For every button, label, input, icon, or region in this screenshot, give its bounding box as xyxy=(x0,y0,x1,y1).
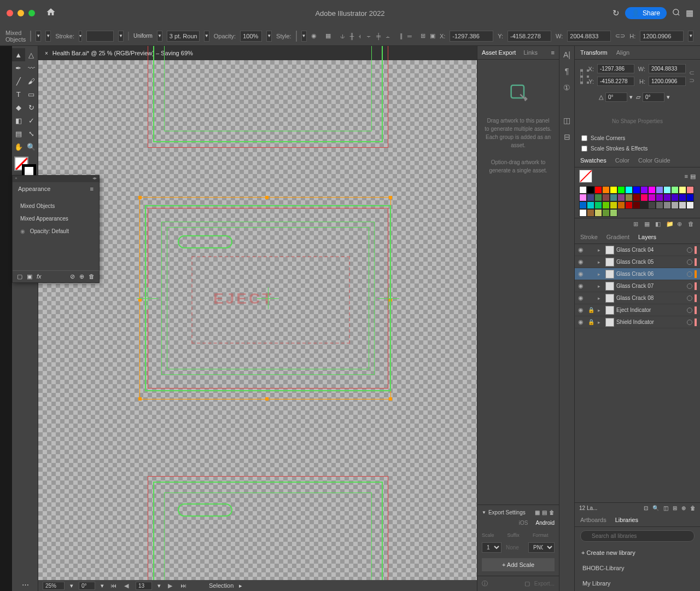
target-icon[interactable] xyxy=(687,271,692,277)
paintbrush-tool[interactable]: 🖌 xyxy=(25,74,38,88)
search-layer-icon[interactable]: 🔍 xyxy=(652,505,659,511)
expand-layer-icon[interactable]: ▸ xyxy=(598,283,603,289)
prev-artboard-icon[interactable]: ◀ xyxy=(122,582,130,589)
swatch[interactable] xyxy=(594,209,602,217)
stroke-profile-preview[interactable] xyxy=(128,32,129,40)
isolate-icon[interactable]: ▣ xyxy=(430,31,435,42)
canvas[interactable]: EJECT 0 50 100 150 200 250 300 xyxy=(38,60,477,580)
swatch[interactable] xyxy=(625,186,633,194)
style-dropdown[interactable]: ▼ xyxy=(301,31,307,42)
visibility-toggle[interactable]: ◉ xyxy=(578,246,586,253)
library-search-input[interactable] xyxy=(580,530,695,542)
android-tab[interactable]: Android xyxy=(536,520,555,526)
layer-row[interactable]: ◉ ▸ Glass Crack 04 xyxy=(575,244,700,256)
swatch[interactable] xyxy=(679,201,686,209)
ap-delete-icon[interactable]: 🗑 xyxy=(89,273,95,280)
rotation-dropdown[interactable]: ▾ xyxy=(101,582,104,589)
layer-row[interactable]: ◉ ▸ Glass Crack 08 xyxy=(575,292,700,304)
artboard-dropdown[interactable]: ▾ xyxy=(158,582,161,589)
delete-icon[interactable]: 🗑 xyxy=(549,509,555,515)
format-select[interactable]: PNG xyxy=(528,542,555,553)
swatch[interactable] xyxy=(617,194,625,201)
ap-clear-icon[interactable]: ⊘ xyxy=(70,273,75,280)
swatch[interactable] xyxy=(686,194,694,201)
tw-input[interactable] xyxy=(649,64,686,73)
library-item[interactable]: BHOBC-Library xyxy=(575,560,700,576)
swatch[interactable] xyxy=(625,194,633,201)
target-icon[interactable] xyxy=(687,283,692,289)
links-tab[interactable]: Links xyxy=(523,49,538,56)
minimize-window-button[interactable] xyxy=(18,10,24,16)
expand-layer-icon[interactable]: ▸ xyxy=(598,308,603,313)
collapse-icon[interactable]: ▼ xyxy=(482,510,486,515)
type-tool[interactable]: T xyxy=(12,88,25,101)
swatches-tab[interactable]: Swatches xyxy=(580,157,606,164)
stroke-weight-input[interactable] xyxy=(86,31,114,42)
first-artboard-icon[interactable]: ⏮ xyxy=(109,582,117,589)
shear-input[interactable] xyxy=(643,92,664,102)
export-button[interactable]: Export... xyxy=(534,581,555,587)
swatch[interactable] xyxy=(610,201,617,209)
layer-row[interactable]: ◉ ▸ Glass Crack 07 xyxy=(575,280,700,292)
layer-name[interactable]: Glass Crack 04 xyxy=(616,247,685,253)
lock-toggle[interactable]: 🔒 xyxy=(588,307,596,313)
char-panel-icon[interactable]: A| xyxy=(563,50,570,59)
swatch[interactable] xyxy=(587,209,594,217)
align-vcenter-icon[interactable]: ╪ xyxy=(376,31,381,42)
expand-layer-icon[interactable]: ▸ xyxy=(598,247,603,253)
visibility-toggle[interactable]: ◉ xyxy=(578,270,586,277)
align-hcenter-icon[interactable]: ╫ xyxy=(350,31,354,42)
align-panel-icon[interactable]: ⊟ xyxy=(564,132,570,141)
appearance-menu-icon[interactable]: ≡ xyxy=(90,186,94,192)
workspace-switcher-icon[interactable]: ▦ xyxy=(686,8,693,18)
export-info-icon[interactable]: ⓘ xyxy=(482,580,488,588)
swatch[interactable] xyxy=(602,186,610,194)
shear-dropdown[interactable]: ▾ xyxy=(667,94,670,101)
new-layer-icon[interactable]: ⊕ xyxy=(681,505,686,511)
stroke-profile-dropdown[interactable]: ▼ xyxy=(157,31,162,42)
swatch-lib-icon[interactable]: ⊞ xyxy=(633,221,641,228)
layers-panel-tab[interactable]: Layers xyxy=(638,234,656,240)
rectangle-tool[interactable]: ▭ xyxy=(25,88,38,101)
distribute-h-icon[interactable]: ‖ xyxy=(400,31,403,42)
ap-dup-icon[interactable]: ⊕ xyxy=(79,273,84,280)
align-grid-icon[interactable]: ▦ xyxy=(325,31,331,42)
direct-selection-tool[interactable]: △ xyxy=(25,48,38,61)
canvas-area[interactable]: × Health Bar.ai* @ 25 % (RGB/Preview) – … xyxy=(38,46,477,591)
zoom-dropdown[interactable]: ▾ xyxy=(70,582,73,589)
swatch[interactable] xyxy=(625,201,633,209)
fill-dropdown[interactable]: ▼ xyxy=(36,31,41,42)
libraries-tab[interactable]: Libraries xyxy=(615,517,638,523)
swatch[interactable] xyxy=(633,194,640,201)
shaper-tool[interactable]: ◆ xyxy=(12,101,25,114)
search-icon[interactable] xyxy=(672,8,680,18)
zoom-input[interactable] xyxy=(43,582,65,590)
swatch[interactable] xyxy=(610,209,617,217)
layer-row[interactable]: ◉ 🔒 ▸ Shield Indicator xyxy=(575,316,700,328)
target-icon[interactable] xyxy=(687,320,692,325)
share-button[interactable]: 👤 Share xyxy=(625,7,667,19)
swatch[interactable] xyxy=(594,201,602,209)
swatch[interactable] xyxy=(579,194,587,201)
stroke-weight-dropdown[interactable]: ▼ xyxy=(118,31,124,42)
swatch[interactable] xyxy=(640,194,648,201)
swatch[interactable] xyxy=(671,201,679,209)
swatch-fill-stroke[interactable] xyxy=(579,170,592,183)
new-sublayer-icon[interactable]: ⊞ xyxy=(673,505,677,511)
list-view-icon[interactable]: ▤ xyxy=(542,509,547,515)
rotate-dropdown[interactable]: ▾ xyxy=(629,94,633,101)
layer-name[interactable]: Glass Crack 06 xyxy=(616,271,685,277)
sync-icon[interactable]: ↻ xyxy=(612,8,620,18)
export-preview-icon[interactable]: ▢ xyxy=(524,580,530,587)
visibility-toggle[interactable]: ◉ xyxy=(578,294,586,302)
asset-drop-zone[interactable]: Drag artwork to this panel to generate m… xyxy=(477,60,559,505)
swatch[interactable] xyxy=(648,186,656,194)
appearance-opacity-row[interactable]: ◉ Opacity: Default xyxy=(20,225,91,237)
tx-input[interactable] xyxy=(597,64,634,73)
add-scale-button[interactable]: + Add Scale xyxy=(482,558,555,571)
ap-new-fill-icon[interactable]: ▣ xyxy=(27,273,32,280)
curvature-tool[interactable]: 〰 xyxy=(25,61,38,74)
align-left-icon[interactable]: ⫝ xyxy=(340,31,346,42)
para-panel-icon[interactable]: ¶ xyxy=(565,67,569,76)
target-icon[interactable] xyxy=(687,259,692,265)
